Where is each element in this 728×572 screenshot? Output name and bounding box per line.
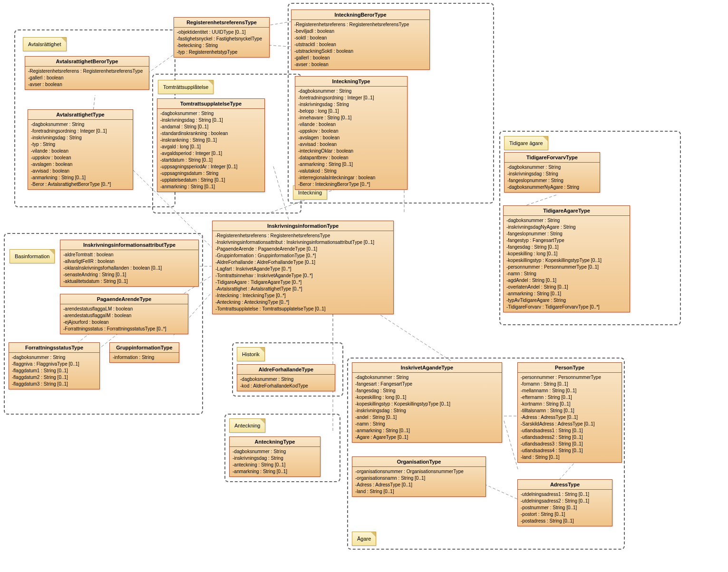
class-inskrattribut: InskrivningsinformationsattributType -al…	[60, 240, 199, 287]
class-organisation: OrganisationType -organisationsnummer : …	[352, 456, 486, 497]
class-pagaende: PagaendeArendeType -arendestatusflaggaLM…	[60, 294, 188, 334]
class-tidigareforvarv: TidigareForvarvType -dagboksnummer : Str…	[504, 152, 600, 193]
class-inteckningberor: InteckningBerorType -Registerenhetsrefer…	[291, 10, 430, 70]
class-inskrivetagande: InskrivetAgandeType -dagboksnummer : Str…	[352, 362, 502, 443]
class-gruppinfo: GruppinformationType -information : Stri…	[109, 342, 179, 363]
class-forrattning: ForrattningsstatusType -dagboksnummer : …	[9, 342, 100, 389]
note-tomtratts: Tomträttsupplåtelse	[158, 80, 214, 94]
note-anteckning: Anteckning	[229, 418, 265, 433]
class-tidigareagare: TidigareAgareType -dagboksnummer : Strin…	[503, 205, 630, 312]
class-adress: AdressType -utdelningsadress1 : String […	[517, 479, 612, 526]
uml-diagram: Avtalsrättighet Tomträttsupplåtelse Inte…	[0, 0, 728, 572]
class-tomtrattsupplatelse: TomtrattsupplatelseType -dagboksnummer :…	[157, 98, 265, 192]
note-historik: Historik	[237, 347, 265, 361]
note-agare: Ägare	[352, 532, 376, 546]
class-avtalsrattighet: AvtalsrattighetType -dagboksnummer : Str…	[28, 109, 133, 190]
class-aldreforhallande: AldreForhallandeType -dagboksnummer : St…	[237, 364, 335, 391]
class-inskrivningsinformation: InskrivningsinformationType -Registerenh…	[212, 221, 394, 314]
class-person: PersonType -personnummer : PersonnummerT…	[517, 362, 622, 463]
class-avtalsrattighetberor: AvtalsrattighetBerorType -Registerenhets…	[25, 56, 149, 90]
note-avtalsrattighet: Avtalsrättighet	[23, 37, 67, 51]
class-registerenhetsref: RegisterenhetsreferensType -objektidenti…	[174, 17, 270, 58]
class-anteckning: AnteckningType -dagboksnummer : String-i…	[229, 436, 320, 477]
class-inteckning: InteckningType -dagboksnummer : String-f…	[295, 76, 408, 190]
note-basinfo: Basinformation	[10, 249, 55, 263]
note-tidigare: Tidigare ägare	[504, 136, 548, 150]
